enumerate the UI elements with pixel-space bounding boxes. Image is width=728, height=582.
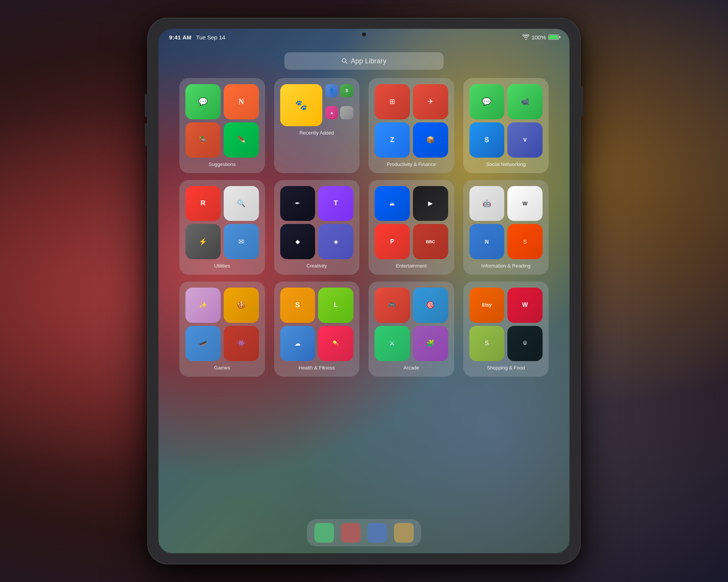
app-duckduckgo[interactable]: 🦆 bbox=[185, 122, 221, 158]
dock-app-2[interactable] bbox=[341, 523, 361, 543]
app-portrait[interactable]: 👤 bbox=[325, 84, 339, 97]
app-office[interactable]: ⊞ bbox=[375, 84, 410, 119]
app-walgreens[interactable]: W bbox=[507, 288, 543, 323]
app-arcade-3[interactable]: ⚔ bbox=[375, 326, 410, 361]
folder-health-label: Health & Fitness bbox=[299, 365, 335, 371]
search-placeholder-text: App Library bbox=[351, 57, 386, 65]
app-sms[interactable]: 💬 bbox=[469, 84, 505, 119]
app-extra1[interactable] bbox=[340, 106, 353, 119]
app-calm[interactable]: ☁ bbox=[280, 326, 315, 361]
app-mango[interactable]: 🤖 bbox=[469, 186, 505, 221]
app-reeder[interactable]: R bbox=[185, 186, 221, 221]
folder-info-reading-label: Information & Reading bbox=[482, 263, 530, 269]
folder-recently-added[interactable]: 🐾 👤 S ▲ Recently Added bbox=[274, 78, 360, 173]
volume-down-button[interactable] bbox=[145, 124, 148, 146]
status-right-group: 100% bbox=[522, 34, 559, 41]
app-bbc[interactable]: BBC bbox=[413, 224, 448, 259]
app-robinhood[interactable]: 🪶 bbox=[224, 122, 259, 158]
app-notability[interactable]: N bbox=[224, 84, 259, 119]
folder-health[interactable]: S L ☁ 💊 Health & Fitness bbox=[274, 282, 360, 377]
app-vysor[interactable]: V bbox=[507, 122, 543, 158]
app-gacha[interactable]: ✨ bbox=[185, 288, 221, 323]
folder-utilities-label: Utilities bbox=[214, 263, 230, 269]
folder-games-label: Games bbox=[214, 365, 230, 371]
folder-shopping-label: Shopping & Food bbox=[487, 365, 525, 371]
app-creative[interactable]: ◈ bbox=[318, 224, 353, 259]
scene-background: 9:41 AM Tue Sep 14 100% bbox=[0, 0, 728, 582]
app-cookie-dungeon[interactable]: 🍪 bbox=[224, 288, 259, 323]
app-nbc[interactable]: N bbox=[469, 224, 505, 259]
app-wikipedia[interactable]: W bbox=[507, 186, 543, 221]
folder-entertainment[interactable]: ⛰ ▶ P BBC Entertainment bbox=[369, 180, 454, 275]
app-superstar[interactable]: S bbox=[340, 84, 353, 97]
app-darkroom[interactable]: ▲ bbox=[325, 106, 339, 119]
app-among-us[interactable]: 👾 bbox=[224, 326, 259, 361]
battery-percent: 100% bbox=[532, 34, 546, 41]
ipad-device: 9:41 AM Tue Sep 14 100% bbox=[148, 18, 580, 564]
app-medis[interactable]: 💊 bbox=[318, 326, 353, 361]
folder-productivity[interactable]: ⊞ ✈ Z 📦 Productivity & Finance bbox=[369, 78, 454, 173]
app-arcade-2[interactable]: 🎯 bbox=[413, 288, 448, 323]
battery-icon bbox=[548, 34, 559, 40]
svg-line-1 bbox=[345, 62, 347, 64]
folder-recently-added-label: Recently Added bbox=[300, 130, 334, 136]
ipad-screen: 9:41 AM Tue Sep 14 100% bbox=[158, 29, 570, 553]
folder-creativity-label: Creativity bbox=[306, 263, 327, 269]
app-quill[interactable]: ✒ bbox=[280, 186, 315, 221]
app-pocketcasts[interactable]: P bbox=[375, 224, 410, 259]
app-etsy[interactable]: Etsy bbox=[469, 288, 505, 323]
power-button[interactable] bbox=[580, 86, 583, 117]
app-arcade-4[interactable]: 🧩 bbox=[413, 326, 448, 361]
folder-arcade[interactable]: 🎮 🎯 ⚔ 🧩 Arcade bbox=[369, 282, 454, 377]
battery-fill bbox=[549, 35, 558, 39]
volume-up-button[interactable] bbox=[145, 94, 148, 117]
app-uber-eats[interactable]: Ü bbox=[507, 326, 543, 361]
folder-entertainment-label: Entertainment bbox=[396, 263, 427, 269]
app-messages[interactable]: 💬 bbox=[185, 84, 221, 119]
folder-creativity[interactable]: ✒ T ◆ ◈ Creativity bbox=[274, 180, 360, 275]
app-facetime[interactable]: 📹 bbox=[507, 84, 543, 119]
search-icon bbox=[342, 58, 348, 64]
folder-arcade-label: Arcade bbox=[403, 365, 419, 371]
app-mail[interactable]: ✉ bbox=[224, 224, 259, 259]
app-arcade-1[interactable]: 🎮 bbox=[375, 288, 410, 323]
folder-suggestions-label: Suggestions bbox=[209, 161, 236, 167]
app-appletv[interactable]: ▶ bbox=[413, 186, 448, 221]
folder-shopping[interactable]: Etsy W S Ü Shopping & Food bbox=[463, 282, 549, 377]
app-skateboard[interactable]: 🛹 bbox=[185, 326, 221, 361]
app-zoom[interactable]: Z bbox=[375, 122, 410, 158]
folder-info-reading[interactable]: 🤖 W N S Information & Reading bbox=[463, 180, 549, 275]
app-library-content: App Library 💬 N 🦆 🪶 Suggestions bbox=[158, 45, 570, 553]
app-strava[interactable]: S bbox=[507, 224, 543, 259]
app-twitch[interactable]: T bbox=[318, 186, 353, 221]
app-quicklook[interactable]: 🔍 bbox=[224, 186, 259, 221]
folder-social-label: Social Networking bbox=[486, 161, 526, 167]
app-spark[interactable]: ✈ bbox=[413, 84, 448, 119]
folder-utilities[interactable]: R 🔍 ⚡ ✉ Utilities bbox=[179, 180, 265, 275]
status-date: Tue Sep 14 bbox=[196, 34, 225, 41]
app-shopify[interactable]: S bbox=[469, 326, 505, 361]
app-pokemon[interactable]: 🐾 bbox=[280, 84, 322, 126]
status-bar: 9:41 AM Tue Sep 14 100% bbox=[158, 29, 570, 45]
folder-productivity-label: Productivity & Finance bbox=[387, 161, 436, 167]
dock-app-4[interactable] bbox=[394, 523, 414, 543]
dock-app-1[interactable] bbox=[314, 523, 334, 543]
app-paramount[interactable]: ⛰ bbox=[375, 186, 410, 221]
app-siri-shortcuts[interactable]: S bbox=[280, 288, 315, 323]
wifi-icon bbox=[522, 34, 529, 40]
app-affinity[interactable]: ◆ bbox=[280, 224, 315, 259]
folder-games[interactable]: ✨ 🍪 🛹 👾 Games bbox=[179, 282, 265, 377]
search-bar[interactable]: App Library bbox=[284, 52, 444, 70]
app-signal[interactable]: S bbox=[469, 122, 505, 158]
app-lifesum[interactable]: L bbox=[318, 288, 353, 323]
app-shortcuts[interactable]: ⚡ bbox=[185, 224, 221, 259]
status-time: 9:41 AM bbox=[169, 34, 191, 41]
app-dropbox[interactable]: 📦 bbox=[413, 122, 448, 158]
folder-suggestions[interactable]: 💬 N 🦆 🪶 Suggestions bbox=[179, 78, 265, 173]
folder-social[interactable]: 💬 📹 S V Social Networking bbox=[463, 78, 549, 173]
dock-app-3[interactable] bbox=[367, 523, 387, 543]
dock-hint bbox=[307, 519, 421, 546]
